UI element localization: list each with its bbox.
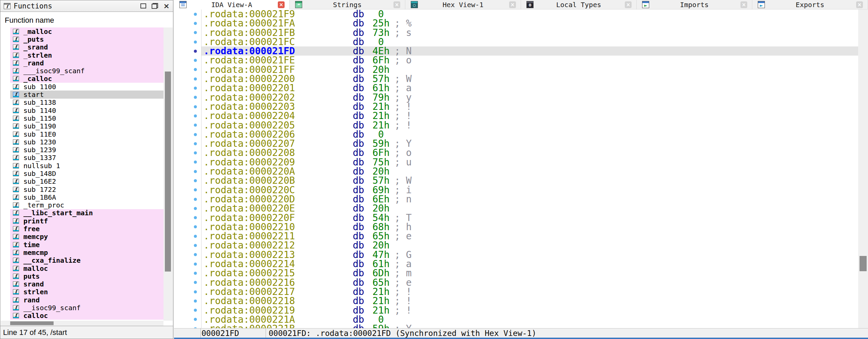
function-row[interactable]: f__isoc99_scanf	[10, 304, 163, 312]
function-row[interactable]: fsub_11E0	[10, 130, 163, 138]
function-row[interactable]: fsub_16E2	[10, 178, 163, 185]
close-icon[interactable]: ×	[163, 3, 170, 9]
function-row[interactable]: f__cxa_finalize	[10, 257, 163, 264]
function-row[interactable]: f__libc_start_main	[10, 209, 163, 217]
function-row[interactable]: f_strlen	[10, 51, 163, 59]
function-row[interactable]: f_rand	[10, 59, 163, 67]
disasm-line[interactable]: .rodata:000021F9db 0	[174, 9, 868, 19]
scrollbar-thumb[interactable]	[165, 72, 171, 272]
disasm-line[interactable]: .rodata:0000220Adb20h	[174, 167, 868, 176]
disasm-line[interactable]: .rodata:00002204db21h; !	[174, 111, 868, 120]
functions-vertical-scrollbar[interactable]	[163, 27, 173, 321]
disasm-line[interactable]: .rodata:00002209db75h; u	[174, 158, 868, 167]
function-row[interactable]: fcalloc	[10, 312, 163, 320]
disasm-line[interactable]: .rodata:00002205db21h; !	[174, 121, 868, 130]
function-row[interactable]: f_srand	[10, 43, 163, 51]
tab-close-icon[interactable]: ×	[393, 1, 400, 8]
function-row[interactable]: fsub_1190	[10, 122, 163, 130]
function-row[interactable]: fsub_1100	[10, 83, 163, 91]
function-row[interactable]: fsub_1722	[10, 185, 163, 193]
listing-vertical-scrollbar[interactable]	[858, 9, 868, 328]
ida-view-a-listing[interactable]: .rodata:000021F9db 0.rodata:000021FAdb25…	[174, 9, 868, 328]
disasm-line[interactable]: .rodata:00002214db61h; a	[174, 259, 868, 268]
disasm-line[interactable]: .rodata:000021FAdb25h; %	[174, 19, 868, 28]
function-row[interactable]: ffree	[10, 225, 163, 233]
function-row[interactable]: fsub_1140	[10, 106, 163, 114]
function-row[interactable]: fsub_1150	[10, 114, 163, 122]
tab-close-icon[interactable]: ×	[278, 1, 285, 8]
function-row[interactable]: f___isoc99_scanf	[10, 67, 163, 75]
tab-hex-view-1[interactable]: ○Hex View-1×	[405, 0, 521, 9]
scrollbar-thumb[interactable]	[860, 256, 867, 271]
functions-horizontal-scrollbar[interactable]	[1, 321, 163, 326]
function-row[interactable]: fsub_148D	[10, 170, 163, 177]
function-row[interactable]: fsub_1138	[10, 99, 163, 106]
functions-titlebar[interactable]: Functions ×	[0, 0, 173, 12]
tab-imports[interactable]: ►Imports×	[637, 0, 752, 9]
disasm-line[interactable]: .rodata:00002201db61h; a	[174, 83, 868, 93]
disasm-line[interactable]: .rodata:0000220Edb20h	[174, 204, 868, 213]
disasm-line[interactable]: .rodata:00002211db65h; e	[174, 232, 868, 241]
disasm-text: .rodata:00002201db61h; a	[204, 83, 412, 93]
function-row[interactable]: fnullsub_1	[10, 162, 163, 170]
tab-local-types[interactable]: 0Local Types×	[521, 0, 637, 9]
disasm-text: .rodata:00002206db 0	[204, 130, 394, 139]
disasm-line[interactable]: .rodata:00002203db21h; !	[174, 102, 868, 111]
function-row[interactable]: fsub_1230	[10, 138, 163, 146]
disasm-line[interactable]: .rodata:000021FFdb20h	[174, 65, 868, 74]
tab-close-icon[interactable]: ×	[509, 1, 516, 8]
disasm-line[interactable]: .rodata:00002200db57h; W	[174, 74, 868, 83]
maximize-icon[interactable]	[140, 3, 146, 8]
disasm-line[interactable]: .rodata:00002207db59h; Y	[174, 139, 868, 148]
tab-close-icon[interactable]: ×	[856, 1, 863, 8]
float-restore-icon[interactable]	[152, 3, 158, 9]
disasm-line[interactable]: .rodata:000021FCdb 0	[174, 37, 868, 46]
tab-close-icon[interactable]: ×	[740, 1, 747, 8]
disasm-line[interactable]: .rodata:00002206db 0	[174, 130, 868, 139]
disasm-line[interactable]: .rodata:0000221Adb 0	[174, 315, 868, 324]
disasm-line[interactable]: .rodata:00002210db68h; h	[174, 222, 868, 232]
function-row[interactable]: fsub_1B6A	[10, 193, 163, 201]
disasm-line[interactable]: .rodata:00002212db20h	[174, 241, 868, 250]
function-row[interactable]: f_calloc	[10, 75, 163, 83]
disasm-line[interactable]: .rodata:000021FBdb73h; s	[174, 28, 868, 37]
function-row[interactable]: f_malloc	[10, 27, 163, 35]
disasm-line[interactable]: .rodata:0000221Bdb59h; Y	[174, 324, 868, 328]
disasm-line[interactable]: .rodata:00002219db21h; !	[174, 306, 868, 315]
function-row[interactable]: f_term_proc	[10, 201, 163, 209]
function-row[interactable]: fmemcpy	[10, 233, 163, 241]
line-marker-dot-icon	[194, 87, 197, 90]
function-row[interactable]: fmalloc	[10, 264, 163, 272]
function-row[interactable]: frand	[10, 296, 163, 304]
disasm-line[interactable]: .rodata:00002202db79h; y	[174, 93, 868, 102]
function-row[interactable]: fprintf	[10, 217, 163, 225]
function-row[interactable]: fsub_1337	[10, 154, 163, 162]
disasm-line[interactable]: .rodata:00002213db47h; G	[174, 250, 868, 259]
function-row[interactable]: fstart	[10, 91, 163, 98]
function-row[interactable]: fstrlen	[10, 288, 163, 296]
disasm-line[interactable]: .rodata:00002217db21h; !	[174, 287, 868, 296]
disasm-line[interactable]: .rodata:00002215db6Dh; m	[174, 268, 868, 278]
scrollbar-thumb[interactable]	[10, 321, 54, 325]
function-row[interactable]: fputs	[10, 272, 163, 280]
disasm-line[interactable]: .rodata:0000220Bdb57h; W	[174, 176, 868, 185]
disasm-line[interactable]: .rodata:0000220Fdb54h; T	[174, 213, 868, 222]
function-row[interactable]: fsub_1239	[10, 146, 163, 154]
disasm-line[interactable]: .rodata:000021FDdb4Eh; N	[174, 46, 868, 56]
tab-close-icon[interactable]: ×	[625, 1, 632, 8]
disasm-line[interactable]: .rodata:00002208db6Fh; o	[174, 148, 868, 157]
disasm-line[interactable]: .rodata:0000220Ddb6Eh; n	[174, 195, 868, 204]
disasm-line[interactable]: .rodata:00002216db65h; e	[174, 278, 868, 287]
function-row[interactable]: ftime	[10, 241, 163, 248]
disasm-line[interactable]: .rodata:000021FEdb6Fh; o	[174, 56, 868, 65]
disasm-line[interactable]: .rodata:00002218db21h; !	[174, 296, 868, 305]
tab-exports[interactable]: ►Exports×	[752, 0, 868, 9]
function-row[interactable]: fmemcmp	[10, 248, 163, 256]
function-icon: f	[13, 258, 19, 263]
tab-strings[interactable]: ”Strings×	[290, 0, 405, 9]
function-name-column-header[interactable]: Function name	[1, 12, 173, 27]
function-row[interactable]: fsrand	[10, 280, 163, 288]
function-row[interactable]: f_puts	[10, 35, 163, 43]
tab-ida-view-a[interactable]: IDA View-A×	[174, 0, 290, 9]
disasm-line[interactable]: .rodata:0000220Cdb69h; i	[174, 185, 868, 195]
